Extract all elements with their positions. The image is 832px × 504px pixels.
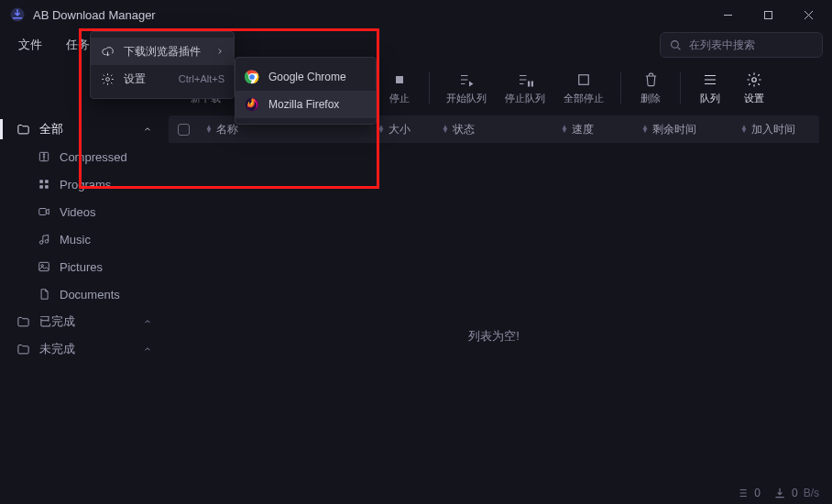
submenu-item-label: Google Chrome — [268, 71, 346, 83]
gear-icon — [746, 71, 762, 88]
svg-rect-1 — [764, 11, 772, 18]
stop-icon — [391, 71, 408, 88]
menu-item-browser-ext[interactable]: 下载浏览器插件 — [91, 38, 234, 65]
svg-rect-7 — [531, 81, 533, 86]
checkbox-icon[interactable] — [178, 124, 190, 136]
maximize-button[interactable] — [748, 0, 788, 29]
submenu-item-label: Mozilla Firefox — [268, 98, 339, 111]
sidebar-item-documents[interactable]: Documents — [26, 280, 163, 308]
svg-rect-15 — [38, 209, 46, 215]
chrome-icon — [245, 70, 259, 84]
menu-item-settings[interactable]: 设置 Ctrl+Alt+S — [91, 65, 234, 93]
toolbar-separator — [680, 72, 681, 104]
trash-icon — [642, 71, 659, 88]
browser-submenu-popup: Google Chrome Mozilla Firefox — [235, 57, 377, 125]
content-area: ▲▼名称 ▲▼大小 ▲▼状态 ▲▼速度 ▲▼剩余时间 ▲▼加入时间 列表为空! — [169, 115, 832, 504]
sidebar-item-music[interactable]: Music — [26, 225, 163, 253]
menu-file[interactable]: 文件 — [9, 31, 51, 59]
minimize-button[interactable] — [707, 0, 748, 29]
col-checkbox[interactable] — [169, 115, 198, 143]
folder-icon — [16, 123, 30, 137]
document-icon — [37, 288, 50, 301]
col-state[interactable]: ▲▼状态 — [434, 115, 553, 143]
sort-icon: ▲▼ — [205, 126, 213, 133]
sidebar-item-label: Videos — [60, 205, 96, 219]
sidebar-item-label: Documents — [60, 288, 120, 301]
tb-delete[interactable]: 删除 — [630, 68, 671, 109]
status-speed: 0 B/s — [773, 487, 819, 499]
svg-point-9 — [752, 77, 757, 82]
sidebar: 全部 Compressed Programs Videos Music Pict… — [0, 115, 169, 504]
sidebar-item-all[interactable]: 全部 — [5, 115, 163, 143]
col-size[interactable]: ▲▼大小 — [370, 115, 434, 143]
svg-point-17 — [45, 240, 49, 244]
download-cloud-icon — [100, 44, 115, 59]
folder-icon — [16, 315, 30, 329]
svg-point-2 — [672, 40, 679, 48]
empty-state: 列表为空! — [169, 143, 819, 504]
stop-all-icon — [575, 71, 592, 88]
tb-queue[interactable]: 队列 — [690, 68, 730, 109]
col-eta[interactable]: ▲▼剩余时间 — [634, 115, 733, 143]
sidebar-item-programs[interactable]: Programs — [26, 170, 163, 198]
tb-stop[interactable]: 停止 — [379, 68, 420, 109]
col-added[interactable]: ▲▼加入时间 — [733, 115, 819, 143]
sidebar-item-pictures[interactable]: Pictures — [26, 253, 163, 280]
archive-icon — [37, 150, 50, 164]
sidebar-item-unfinished[interactable]: 未完成 — [5, 335, 163, 363]
queue-icon — [702, 71, 718, 88]
svg-rect-12 — [45, 180, 49, 183]
music-icon — [37, 233, 50, 247]
chevron-up-icon — [143, 345, 152, 354]
image-icon — [37, 260, 50, 274]
sidebar-item-compressed[interactable]: Compressed — [26, 143, 163, 170]
toolbar-separator — [620, 72, 621, 104]
svg-rect-18 — [38, 262, 49, 270]
app-title: AB Download Manager — [33, 8, 156, 22]
sidebar-item-videos[interactable]: Videos — [26, 198, 163, 225]
submenu-item-firefox[interactable]: Mozilla Firefox — [235, 91, 376, 118]
chevron-up-icon — [143, 125, 152, 134]
folder-icon — [16, 343, 30, 356]
col-speed[interactable]: ▲▼速度 — [553, 115, 634, 143]
search-input[interactable] — [689, 38, 813, 51]
sidebar-item-label: 已完成 — [39, 313, 75, 330]
grid-icon — [37, 178, 50, 192]
chevron-right-icon — [215, 47, 224, 56]
submenu-item-chrome[interactable]: Google Chrome — [235, 63, 376, 91]
svg-point-20 — [105, 77, 109, 81]
pause-list-icon — [517, 71, 533, 88]
toolbar-separator — [429, 72, 430, 104]
app-logo — [9, 6, 26, 23]
svg-point-16 — [39, 241, 43, 245]
sidebar-item-label: Compressed — [60, 150, 127, 164]
tb-settings[interactable]: 设置 — [734, 68, 774, 109]
close-button[interactable] — [788, 0, 828, 29]
sort-icon: ▲▼ — [378, 126, 385, 133]
play-list-icon — [458, 71, 475, 88]
list-icon — [736, 487, 749, 499]
sidebar-item-label: Music — [60, 233, 91, 247]
svg-rect-5 — [396, 76, 403, 83]
sort-icon: ▲▼ — [442, 126, 449, 133]
search-icon — [670, 39, 682, 51]
status-active-count: 0 — [736, 487, 761, 499]
firefox-icon — [245, 97, 259, 112]
svg-rect-11 — [39, 180, 43, 183]
search-box[interactable] — [660, 32, 823, 58]
title-bar: AB Download Manager — [0, 0, 832, 29]
svg-rect-6 — [528, 81, 530, 86]
svg-point-23 — [249, 74, 255, 80]
svg-rect-8 — [579, 74, 589, 84]
shortcut-hint: Ctrl+Alt+S — [179, 73, 224, 84]
tb-start-queue[interactable]: 开始队列 — [439, 68, 494, 109]
sort-icon: ▲▼ — [641, 126, 649, 133]
tools-menu-popup: 下载浏览器插件 设置 Ctrl+Alt+S — [90, 31, 235, 99]
tb-stop-all[interactable]: 全部停止 — [556, 68, 611, 109]
sidebar-item-finished[interactable]: 已完成 — [5, 308, 163, 335]
sort-icon: ▲▼ — [561, 126, 568, 133]
gear-icon — [100, 71, 115, 86]
sidebar-item-label: Programs — [60, 178, 111, 192]
tb-stop-queue[interactable]: 停止队列 — [498, 68, 553, 109]
svg-rect-13 — [39, 185, 43, 189]
